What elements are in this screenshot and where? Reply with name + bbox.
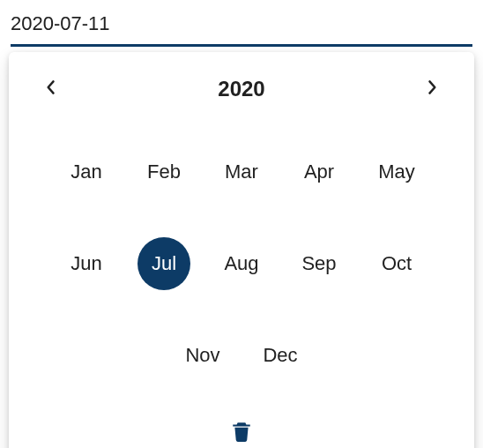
clear-button[interactable] (224, 415, 259, 448)
trash-icon (230, 419, 253, 447)
next-year-button[interactable] (416, 73, 448, 105)
month-jan[interactable]: Jan (60, 146, 113, 198)
prev-year-button[interactable] (35, 73, 67, 105)
picker-header: 2020 (30, 70, 453, 114)
month-sep[interactable]: Sep (293, 237, 346, 290)
date-input[interactable] (11, 7, 472, 47)
month-jul[interactable]: Jul (137, 237, 190, 290)
chevron-left-icon (45, 78, 57, 100)
month-jun[interactable]: Jun (60, 237, 113, 290)
month-oct[interactable]: Oct (370, 237, 423, 290)
month-mar[interactable]: Mar (215, 146, 268, 198)
month-nov[interactable]: Nov (176, 329, 229, 382)
month-apr[interactable]: Apr (293, 146, 346, 198)
year-label[interactable]: 2020 (218, 77, 264, 101)
months-grid: JanFebMarAprMayJunJulAugSepOctNovDec (30, 114, 453, 408)
month-dec[interactable]: Dec (254, 329, 307, 382)
picker-footer (30, 408, 453, 448)
month-feb[interactable]: Feb (137, 146, 190, 198)
month-may[interactable]: May (370, 146, 423, 198)
month-aug[interactable]: Aug (215, 237, 268, 290)
chevron-right-icon (426, 78, 438, 100)
month-picker-panel: 2020 JanFebMarAprMayJunJulAugSepOctNovDe… (9, 52, 474, 448)
